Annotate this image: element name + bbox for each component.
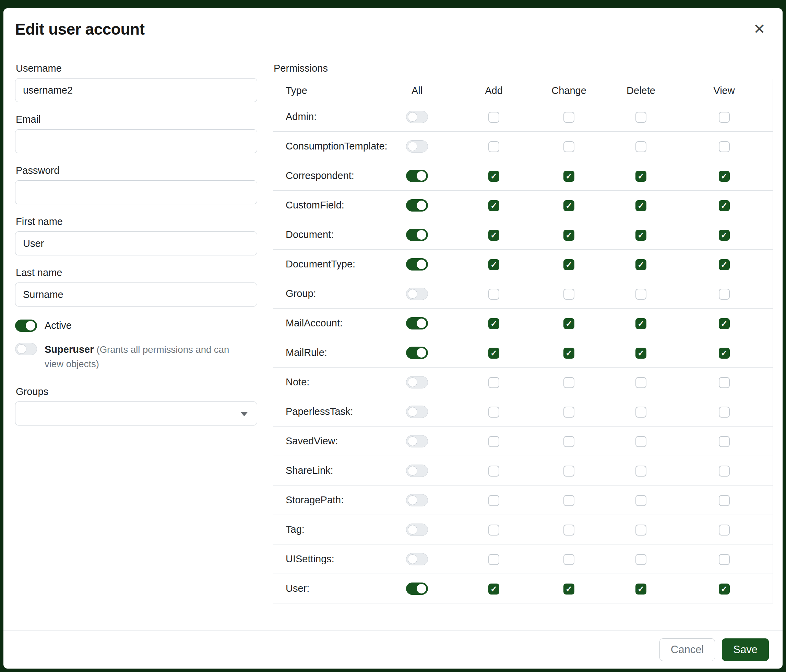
permission-all-toggle[interactable] — [406, 435, 428, 447]
permission-view-checkbox[interactable] — [719, 407, 730, 418]
close-button[interactable]: ✕ — [750, 20, 769, 38]
permission-change-checkbox[interactable] — [563, 436, 574, 447]
permission-delete-checkbox[interactable]: ✓ — [635, 259, 646, 270]
permission-add-checkbox[interactable] — [488, 112, 499, 123]
permission-all-toggle[interactable] — [406, 170, 428, 182]
permission-view-checkbox[interactable]: ✓ — [719, 584, 730, 595]
permission-add-checkbox[interactable] — [488, 436, 499, 447]
permission-change-checkbox[interactable] — [563, 141, 574, 152]
permission-add-checkbox[interactable]: ✓ — [488, 171, 499, 182]
permission-add-checkbox[interactable] — [488, 141, 499, 152]
permission-view-checkbox[interactable]: ✓ — [719, 200, 730, 211]
permission-delete-checkbox[interactable]: ✓ — [635, 171, 646, 182]
permission-view-checkbox[interactable] — [719, 377, 730, 388]
permission-view-checkbox[interactable] — [719, 141, 730, 152]
permission-all-toggle[interactable] — [406, 317, 428, 330]
permission-view-checkbox[interactable]: ✓ — [719, 171, 730, 182]
permission-change-checkbox[interactable] — [563, 289, 574, 300]
permission-all-toggle[interactable] — [406, 406, 428, 418]
permission-add-checkbox[interactable] — [488, 495, 499, 506]
first-name-input[interactable] — [15, 231, 257, 256]
permission-view-checkbox[interactable]: ✓ — [719, 230, 730, 241]
permission-add-checkbox[interactable] — [488, 554, 499, 565]
permission-delete-checkbox[interactable] — [635, 466, 646, 477]
permission-change-checkbox[interactable] — [563, 554, 574, 565]
permission-all-toggle[interactable] — [406, 140, 428, 152]
permission-delete-checkbox[interactable] — [635, 407, 646, 418]
permission-change-checkbox[interactable]: ✓ — [563, 318, 574, 329]
permission-add-checkbox[interactable] — [488, 466, 499, 477]
permission-add-checkbox[interactable]: ✓ — [488, 230, 499, 241]
permission-delete-checkbox[interactable]: ✓ — [635, 348, 646, 359]
permission-add-checkbox[interactable]: ✓ — [488, 584, 499, 595]
permission-all-toggle[interactable] — [406, 347, 428, 359]
permission-view-checkbox[interactable] — [719, 554, 730, 565]
permission-change-checkbox[interactable]: ✓ — [563, 584, 574, 595]
permission-change-checkbox[interactable] — [563, 466, 574, 477]
permission-all-toggle[interactable] — [406, 258, 428, 270]
permission-all-toggle[interactable] — [406, 376, 428, 388]
permission-all-toggle[interactable] — [406, 583, 428, 595]
permission-delete-checkbox[interactable]: ✓ — [635, 584, 646, 595]
permission-all-toggle[interactable] — [406, 465, 428, 477]
permission-delete-checkbox[interactable] — [635, 289, 646, 300]
permission-all-toggle[interactable] — [406, 553, 428, 565]
permission-change-checkbox[interactable]: ✓ — [563, 171, 574, 182]
permission-delete-checkbox[interactable] — [635, 141, 646, 152]
permission-all-toggle[interactable] — [406, 111, 428, 123]
permission-change-checkbox[interactable] — [563, 407, 574, 418]
superuser-toggle[interactable] — [15, 343, 37, 355]
password-input[interactable] — [15, 181, 257, 204]
permission-delete-checkbox[interactable] — [635, 436, 646, 447]
permission-change-checkbox[interactable]: ✓ — [563, 230, 574, 241]
permission-add-checkbox[interactable]: ✓ — [488, 318, 499, 329]
cancel-button[interactable]: Cancel — [659, 638, 715, 661]
active-toggle[interactable] — [15, 320, 37, 332]
permission-view-checkbox[interactable]: ✓ — [719, 259, 730, 270]
username-input[interactable] — [15, 78, 257, 102]
email-input[interactable] — [15, 129, 257, 153]
permission-all-toggle[interactable] — [406, 229, 428, 241]
save-button[interactable]: Save — [722, 638, 769, 661]
permission-delete-checkbox[interactable] — [635, 112, 646, 123]
permission-view-checkbox[interactable] — [719, 436, 730, 447]
permission-type-label: DocumentType: — [273, 259, 378, 270]
permission-view-checkbox[interactable] — [719, 495, 730, 506]
permission-all-toggle[interactable] — [406, 494, 428, 506]
permission-change-checkbox[interactable]: ✓ — [563, 348, 574, 359]
permission-change-checkbox[interactable] — [563, 495, 574, 506]
permission-add-checkbox[interactable] — [488, 377, 499, 388]
permission-view-checkbox[interactable] — [719, 466, 730, 477]
permission-delete-checkbox[interactable] — [635, 524, 646, 535]
permission-add-checkbox[interactable] — [488, 407, 499, 418]
permission-change-checkbox[interactable]: ✓ — [563, 200, 574, 211]
permission-all-toggle[interactable] — [406, 288, 428, 300]
permission-delete-checkbox[interactable] — [635, 554, 646, 565]
permission-change-checkbox[interactable] — [563, 377, 574, 388]
permission-delete-checkbox[interactable]: ✓ — [635, 200, 646, 211]
permission-view-checkbox[interactable] — [719, 289, 730, 300]
permission-delete-cell: ✓ — [606, 317, 676, 329]
permission-delete-checkbox[interactable] — [635, 495, 646, 506]
toggle-knob — [408, 466, 417, 476]
permission-view-checkbox[interactable] — [719, 112, 730, 123]
permission-change-checkbox[interactable]: ✓ — [563, 259, 574, 270]
permission-add-checkbox[interactable]: ✓ — [488, 259, 499, 270]
permission-change-checkbox[interactable] — [563, 112, 574, 123]
permission-view-checkbox[interactable] — [719, 524, 730, 535]
permission-view-checkbox[interactable]: ✓ — [719, 318, 730, 329]
permission-delete-checkbox[interactable]: ✓ — [635, 318, 646, 329]
permission-add-checkbox[interactable]: ✓ — [488, 200, 499, 211]
permission-add-checkbox[interactable] — [488, 289, 499, 300]
permission-add-checkbox[interactable]: ✓ — [488, 348, 499, 359]
permission-all-toggle[interactable] — [406, 199, 428, 212]
permission-all-toggle[interactable] — [406, 524, 428, 536]
permission-add-checkbox[interactable] — [488, 524, 499, 535]
permission-row: Tag: — [273, 515, 773, 544]
groups-select[interactable] — [15, 402, 257, 425]
permission-view-checkbox[interactable]: ✓ — [719, 348, 730, 359]
last-name-input[interactable] — [15, 283, 257, 306]
permission-change-checkbox[interactable] — [563, 524, 574, 535]
permission-delete-checkbox[interactable]: ✓ — [635, 230, 646, 241]
permission-delete-checkbox[interactable] — [635, 377, 646, 388]
